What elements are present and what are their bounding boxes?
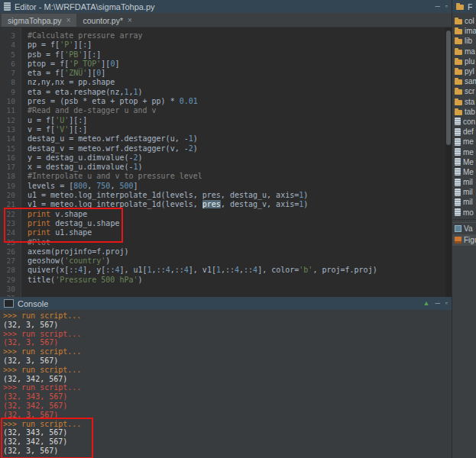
code-token: pp = f[ [28, 40, 60, 49]
file-tree-item[interactable]: me [455, 147, 476, 156]
code-text: quiver(x[::4], y[::4], u1[1,::4,::4], v1… [21, 266, 377, 275]
file-tree-item[interactable]: me [455, 137, 476, 147]
code-token: 'P_TOP' [69, 60, 101, 68]
code-token: title( [28, 276, 55, 284]
file-tree-item[interactable]: def [455, 127, 476, 137]
tab-close-icon[interactable]: × [66, 16, 71, 24]
file-tree-item-label: sam [465, 77, 476, 85]
line-number: 17 [0, 163, 21, 172]
code-text: eta = f['ZNU'][0] [21, 69, 105, 78]
file-tree-item[interactable]: plu [455, 56, 476, 66]
code-token: 'P' [60, 40, 73, 49]
line-number: 16 [0, 153, 21, 163]
code-token: ,:: [221, 266, 235, 274]
folder-icon [455, 89, 462, 95]
code-text: print destag_u.shape [21, 219, 119, 228]
code-line: 8nz,ny,nx = pp.shape [0, 78, 452, 87]
code-text: title('Pressure 500 hPa') [21, 276, 143, 285]
console-pane-header: Console ▲ ─ ▫ [0, 297, 452, 310]
code-line: 13v = f['V'][:] [0, 125, 452, 134]
file-tree-item-label: mil [463, 198, 473, 206]
file-tree-item[interactable]: lib [455, 36, 476, 46]
file-tree-item[interactable]: tab [455, 107, 476, 117]
code-token: #Interpolate u and v to pressure level [28, 172, 202, 180]
code-token: nz,ny,nx = pp.shape [28, 78, 115, 86]
file-icon [455, 189, 461, 196]
code-token: 0.01 [180, 97, 198, 105]
code-token: ) [138, 88, 143, 96]
code-token: ], u1[ [119, 266, 147, 274]
console-line: (32, 3, 567) [3, 338, 452, 347]
console-line: (32, 342, 567) [3, 375, 452, 384]
figures-tab[interactable]: Figu [452, 234, 476, 246]
line-number: 13 [0, 125, 21, 134]
line-number: 30 [0, 285, 21, 294]
line-number: 6 [0, 60, 21, 69]
editor-minimize-icon[interactable]: ─ [435, 3, 439, 10]
file-tree-item[interactable]: sam [455, 76, 476, 86]
code-token: psb = f[ [28, 50, 64, 59]
file-tree-item[interactable]: col [455, 16, 476, 26]
code-lines-container: 3#Calculate pressure array4pp = f['P'][:… [0, 31, 452, 297]
code-line: 28quiver(x[::4], y[::4], u1[1,::4,::4], … [0, 266, 452, 275]
code-token: u1.shape [50, 228, 92, 237]
file-tree-item[interactable]: Me [455, 157, 476, 167]
code-line: 24print u1.shape [0, 228, 452, 237]
file-tree-item[interactable]: mo [455, 208, 476, 218]
file-tree-item[interactable]: mil [455, 197, 476, 207]
file-tree-item-label: mo [463, 208, 474, 217]
console-line: (32, 343, 567) [3, 428, 452, 437]
editor-float-icon[interactable]: ▫ [445, 3, 448, 10]
code-token: , proj=f.proj) [312, 266, 377, 274]
folder-icon [455, 29, 462, 34]
line-number: 12 [0, 116, 21, 125]
code-token: ] [115, 60, 119, 68]
code-text: v1 = meteo.log_interpolate_1d(levels, pr… [21, 200, 308, 209]
code-text: destag_u = meteo.wrf.destagger(u, -1) [21, 134, 198, 144]
code-text: #Plot [21, 238, 50, 247]
line-number: 28 [0, 266, 21, 275]
code-editor[interactable]: 3#Calculate pressure array4pp = f['P'][:… [0, 27, 452, 297]
code-token: ][ [87, 69, 96, 77]
console-output[interactable]: >>> run script...(32, 3, 567)>>> run scr… [0, 310, 452, 458]
file-tree-item[interactable]: mil [455, 187, 476, 197]
file-tree-item[interactable]: con [455, 117, 476, 127]
code-text: nz,ny,nx = pp.shape [21, 78, 115, 87]
code-line: 14destag_u = meteo.wrf.destagger(u, -1) [0, 134, 452, 144]
code-token: 'Pressure 500 hPa' [55, 276, 138, 284]
file-tree-item[interactable]: sta [455, 97, 476, 107]
figures-tab-label: Figu [464, 236, 476, 244]
file-tree-item[interactable]: scr [455, 86, 476, 96]
tab-sigmatohpa[interactable]: sigmaTohpa.py × [2, 14, 76, 27]
file-tree-item[interactable]: ima [455, 26, 476, 36]
variables-tab[interactable]: Va [452, 223, 476, 234]
editor-scrollbar-thumb[interactable] [446, 31, 451, 145]
code-token: ) [138, 276, 143, 284]
code-line: 18#Interpolate u and v to pressure level [0, 172, 452, 181]
code-token: ptop = f[ [28, 60, 69, 68]
code-token: , [87, 182, 96, 190]
console-line: >>> run script... [3, 311, 452, 321]
file-tree-item[interactable]: pyl [455, 66, 476, 76]
line-number: 31 [0, 294, 21, 297]
code-line: 11#Read and de-stagger u and v [0, 106, 452, 115]
file-tree-item[interactable]: ma [455, 47, 476, 56]
code-token: u = f[ [28, 116, 55, 124]
editor-scrollbar[interactable] [445, 27, 452, 297]
console-float-icon[interactable]: ▫ [445, 300, 448, 307]
console-line: >>> run script... [3, 366, 452, 375]
console-run-up-icon[interactable]: ▲ [423, 300, 429, 307]
file-tree-item[interactable]: Me [455, 167, 476, 177]
code-token: geoshow( [28, 256, 64, 265]
tab-label: sigmaTohpa.py [8, 16, 62, 25]
console-line: >>> run script... [3, 347, 452, 356]
file-tree-item[interactable]: mil [455, 177, 476, 187]
code-token: v1 = meteo.log_interpolate_1d(levels, [28, 200, 202, 208]
code-token: ] [101, 69, 105, 77]
console-minimize-icon[interactable]: ─ [435, 300, 439, 307]
code-text: psb = f['PB'][:] [21, 50, 101, 60]
console-line: (32, 3, 567) [3, 321, 452, 330]
tab-close-icon[interactable]: × [128, 16, 132, 24]
tab-countor[interactable]: countor.py* × [76, 14, 138, 27]
code-token: ][:] [69, 125, 87, 134]
